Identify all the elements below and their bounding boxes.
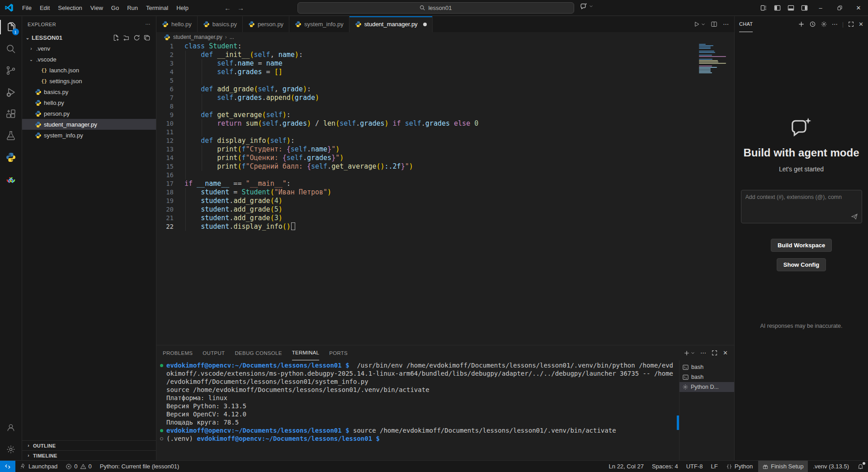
command-success-dot-icon[interactable] xyxy=(160,364,163,367)
panel-more-icon[interactable]: ⋯ xyxy=(700,349,706,356)
activity-testing-icon[interactable] xyxy=(0,125,22,146)
terminal-instance-bash[interactable]: bash xyxy=(679,362,734,372)
section-timeline[interactable]: ›TIMELINE xyxy=(22,450,156,460)
collapse-folders-icon[interactable] xyxy=(144,34,151,41)
status-indentation[interactable]: Spaces: 4 xyxy=(648,461,682,472)
code-line-6[interactable]: 6 def add_grade(self, grade): xyxy=(156,85,734,94)
chat-input[interactable]: Add context (#), extensions (@), comn xyxy=(741,190,862,223)
code-line-4[interactable]: 4 self.grades = [] xyxy=(156,68,734,76)
code-line-18[interactable]: 18 student = Student("Иван Петров") xyxy=(156,188,734,197)
activity-search-icon[interactable] xyxy=(0,38,22,60)
code-line-15[interactable]: 15 print(f"Средний балл: {self.get_avera… xyxy=(156,162,734,171)
window-restore-icon[interactable] xyxy=(830,0,849,16)
status-eol[interactable]: LF xyxy=(707,461,722,472)
build-workspace-button[interactable]: Build Workspace xyxy=(771,239,832,252)
menu-file[interactable]: File xyxy=(18,3,36,13)
menu-help[interactable]: Help xyxy=(172,3,193,13)
editor-more-icon[interactable]: ⋯ xyxy=(723,21,729,28)
menu-run[interactable]: Run xyxy=(123,3,142,13)
code-line-5[interactable]: 5 xyxy=(156,76,734,85)
tree-item-student_manager.py[interactable]: student_manager.py xyxy=(22,119,156,130)
chat-close-icon[interactable]: ✕ xyxy=(859,21,863,28)
code-line-14[interactable]: 14 print(f"Оценки: {self.grades}") xyxy=(156,154,734,162)
run-python-file-icon[interactable] xyxy=(693,21,705,28)
tab-student_manager.py[interactable]: student_manager.py xyxy=(349,16,433,32)
explorer-root-folder[interactable]: ⌄ LESSON01 xyxy=(22,32,156,43)
code-line-21[interactable]: 21 student.add_grade(3) xyxy=(156,214,734,222)
panel-tab-ports[interactable]: PORTS xyxy=(329,345,348,360)
menu-view[interactable]: View xyxy=(86,3,107,13)
panel-tab-terminal[interactable]: TERMINAL xyxy=(292,345,320,360)
nav-back-icon[interactable]: ← xyxy=(224,4,231,12)
code-line-17[interactable]: 17if __name__ == "__main__": xyxy=(156,179,734,188)
code-editor[interactable]: 1class Student:2 def __init__(self, name… xyxy=(156,42,734,345)
chat-settings-icon[interactable] xyxy=(821,21,827,28)
new-chat-icon[interactable] xyxy=(798,21,805,28)
menu-selection[interactable]: Selection xyxy=(54,3,86,13)
tree-item-.venv[interactable]: ›.venv xyxy=(22,43,156,54)
new-terminal-icon[interactable] xyxy=(684,350,695,356)
activity-accounts-icon[interactable] xyxy=(0,417,22,439)
code-line-9[interactable]: 9 def get_average(self): xyxy=(156,111,734,119)
terminal-instance-pythond[interactable]: Python D... xyxy=(679,382,734,392)
panel-close-icon[interactable]: ✕ xyxy=(723,349,728,356)
window-minimize-icon[interactable]: – xyxy=(811,0,830,16)
nav-forward-icon[interactable]: → xyxy=(237,4,244,12)
code-line-3[interactable]: 3 self.name = name xyxy=(156,59,734,68)
tab-hello.py[interactable]: hello.py xyxy=(156,16,198,32)
customize-layout-icon[interactable] xyxy=(757,2,770,14)
terminal-output[interactable]: evdokimoff@opencv:~/Documents/lessons/le… xyxy=(156,360,679,460)
tree-item-settings.json[interactable]: {}settings.json xyxy=(22,76,156,86)
activity-explorer-icon[interactable]: 1 xyxy=(0,16,22,38)
status-cursor-position[interactable]: Ln 22, Col 27 xyxy=(605,461,648,472)
chat-maximize-icon[interactable] xyxy=(848,21,854,27)
toggle-primary-sidebar-icon[interactable] xyxy=(770,2,784,14)
tree-item-basics.py[interactable]: basics.py xyxy=(22,86,156,97)
new-file-icon[interactable] xyxy=(113,34,119,41)
activity-opencv-icon[interactable] xyxy=(0,168,22,190)
command-success-dot-icon[interactable] xyxy=(160,429,163,432)
command-pending-dot-icon[interactable] xyxy=(160,437,163,440)
activity-python-icon[interactable] xyxy=(0,146,22,168)
panel-tab-debug-console[interactable]: DEBUG CONSOLE xyxy=(235,345,282,360)
explorer-more-icon[interactable]: ⋯ xyxy=(146,21,151,27)
code-line-12[interactable]: 12 def display_info(self): xyxy=(156,137,734,145)
status-venv[interactable]: .venv (3.13.5) xyxy=(809,461,854,472)
activity-extensions-icon[interactable] xyxy=(0,103,22,125)
modified-dot-icon[interactable] xyxy=(423,23,427,26)
code-line-1[interactable]: 1class Student: xyxy=(156,42,734,51)
command-center-search[interactable]: lesson01 xyxy=(297,2,574,14)
code-line-16[interactable]: 16 xyxy=(156,171,734,179)
tab-person.py[interactable]: person.py xyxy=(243,16,289,32)
status-python-interpreter[interactable]: Python: Current file (lesson01) xyxy=(96,461,184,472)
notifications-bell-icon[interactable] xyxy=(853,461,868,472)
show-config-button[interactable]: Show Config xyxy=(777,258,826,271)
breadcrumb[interactable]: student_manager.py › ... xyxy=(156,32,734,42)
code-line-22[interactable]: 22 student.display_info() xyxy=(156,222,734,231)
status-launchpad[interactable]: Launchpad xyxy=(15,461,61,472)
activity-settings-icon[interactable] xyxy=(0,439,22,460)
toggle-panel-icon[interactable] xyxy=(784,2,797,14)
code-line-13[interactable]: 13 print(f"Студент: {self.name}") xyxy=(156,145,734,154)
chat-panel-title[interactable]: CHAT xyxy=(739,16,753,32)
status-encoding[interactable]: UTF-8 xyxy=(682,461,707,472)
minimap[interactable] xyxy=(699,44,728,74)
code-line-11[interactable]: 11 xyxy=(156,128,734,137)
status-language-mode[interactable]: Python xyxy=(722,461,757,472)
status-finish-setup[interactable]: Finish Setup xyxy=(758,461,807,472)
tab-system_info.py[interactable]: system_info.py xyxy=(289,16,349,32)
code-line-8[interactable]: 8 xyxy=(156,102,734,111)
status-problems[interactable]: 00 xyxy=(61,461,95,472)
copilot-menu-button[interactable] xyxy=(580,2,593,10)
code-line-20[interactable]: 20 student.add_grade(5) xyxy=(156,205,734,214)
tree-item-system_info.py[interactable]: system_info.py xyxy=(22,130,156,141)
menu-terminal[interactable]: Terminal xyxy=(142,3,172,13)
section-outline[interactable]: ›OUTLINE xyxy=(22,440,156,450)
refresh-icon[interactable] xyxy=(133,34,140,41)
new-folder-icon[interactable] xyxy=(123,34,130,41)
tree-item-person.py[interactable]: person.py xyxy=(22,108,156,119)
toggle-secondary-sidebar-icon[interactable] xyxy=(797,2,811,14)
remote-indicator[interactable] xyxy=(0,461,15,472)
menu-go[interactable]: Go xyxy=(107,3,123,13)
chat-history-icon[interactable] xyxy=(809,21,816,28)
